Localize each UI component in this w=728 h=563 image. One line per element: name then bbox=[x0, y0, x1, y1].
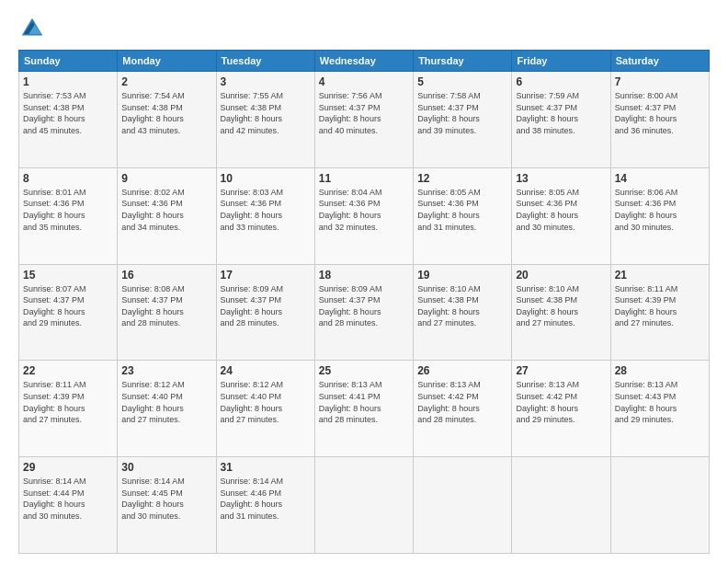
day-number: 10 bbox=[221, 172, 311, 185]
day-number: 28 bbox=[615, 364, 705, 377]
day-number: 25 bbox=[319, 364, 409, 377]
page: SundayMondayTuesdayWednesdayThursdayFrid… bbox=[0, 0, 728, 563]
day-info: Sunrise: 8:02 AMSunset: 4:36 PMDaylight:… bbox=[121, 187, 211, 233]
day-number: 26 bbox=[417, 364, 507, 377]
day-info: Sunrise: 8:11 AMSunset: 4:39 PMDaylight:… bbox=[23, 379, 113, 425]
calendar-cell: 10Sunrise: 8:03 AMSunset: 4:36 PMDayligh… bbox=[216, 167, 314, 264]
calendar-header-tuesday: Tuesday bbox=[216, 51, 314, 72]
day-info: Sunrise: 8:05 AMSunset: 4:36 PMDaylight:… bbox=[417, 187, 507, 233]
calendar-cell: 26Sunrise: 8:13 AMSunset: 4:42 PMDayligh… bbox=[414, 361, 512, 457]
logo-icon bbox=[18, 15, 46, 42]
calendar-cell: 11Sunrise: 8:04 AMSunset: 4:36 PMDayligh… bbox=[314, 167, 413, 264]
day-number: 14 bbox=[615, 172, 705, 185]
day-info: Sunrise: 8:12 AMSunset: 4:40 PMDaylight:… bbox=[121, 379, 211, 425]
day-info: Sunrise: 8:06 AMSunset: 4:36 PMDaylight:… bbox=[615, 187, 705, 233]
day-info: Sunrise: 8:13 AMSunset: 4:42 PMDaylight:… bbox=[417, 379, 507, 425]
day-number: 2 bbox=[121, 75, 211, 88]
day-info: Sunrise: 8:08 AMSunset: 4:37 PMDaylight:… bbox=[121, 283, 211, 329]
day-number: 24 bbox=[221, 364, 311, 377]
day-number: 11 bbox=[319, 172, 409, 185]
day-number: 21 bbox=[615, 269, 705, 282]
day-info: Sunrise: 8:13 AMSunset: 4:41 PMDaylight:… bbox=[319, 379, 409, 425]
calendar-cell: 24Sunrise: 8:12 AMSunset: 4:40 PMDayligh… bbox=[216, 361, 314, 457]
day-info: Sunrise: 8:11 AMSunset: 4:39 PMDaylight:… bbox=[615, 283, 705, 329]
calendar-week-2: 8Sunrise: 8:01 AMSunset: 4:36 PMDaylight… bbox=[19, 167, 710, 264]
day-info: Sunrise: 7:58 AMSunset: 4:37 PMDaylight:… bbox=[417, 90, 507, 136]
day-number: 7 bbox=[615, 75, 705, 88]
day-info: Sunrise: 8:12 AMSunset: 4:40 PMDaylight:… bbox=[221, 379, 311, 425]
day-number: 9 bbox=[121, 172, 211, 185]
calendar-header-friday: Friday bbox=[512, 51, 610, 72]
calendar-cell: 27Sunrise: 8:13 AMSunset: 4:42 PMDayligh… bbox=[512, 361, 610, 457]
day-number: 23 bbox=[121, 364, 211, 377]
calendar-cell: 30Sunrise: 8:14 AMSunset: 4:45 PMDayligh… bbox=[118, 457, 216, 554]
day-number: 17 bbox=[221, 269, 311, 282]
calendar-cell: 18Sunrise: 8:09 AMSunset: 4:37 PMDayligh… bbox=[314, 264, 413, 361]
calendar-cell: 9Sunrise: 8:02 AMSunset: 4:36 PMDaylight… bbox=[118, 167, 216, 264]
calendar-cell: 23Sunrise: 8:12 AMSunset: 4:40 PMDayligh… bbox=[118, 361, 216, 457]
logo bbox=[18, 15, 50, 42]
day-info: Sunrise: 8:07 AMSunset: 4:37 PMDaylight:… bbox=[23, 283, 113, 329]
day-info: Sunrise: 8:10 AMSunset: 4:38 PMDaylight:… bbox=[516, 283, 606, 329]
calendar-cell: 19Sunrise: 8:10 AMSunset: 4:38 PMDayligh… bbox=[414, 264, 512, 361]
calendar-cell bbox=[610, 457, 709, 554]
calendar-cell: 14Sunrise: 8:06 AMSunset: 4:36 PMDayligh… bbox=[610, 167, 709, 264]
calendar-week-1: 1Sunrise: 7:53 AMSunset: 4:38 PMDaylight… bbox=[19, 72, 710, 168]
calendar-header-monday: Monday bbox=[118, 51, 216, 72]
day-number: 31 bbox=[221, 461, 311, 474]
calendar-week-4: 22Sunrise: 8:11 AMSunset: 4:39 PMDayligh… bbox=[19, 361, 710, 457]
header bbox=[18, 15, 710, 42]
calendar-cell: 16Sunrise: 8:08 AMSunset: 4:37 PMDayligh… bbox=[118, 264, 216, 361]
day-number: 20 bbox=[516, 269, 606, 282]
day-info: Sunrise: 8:14 AMSunset: 4:45 PMDaylight:… bbox=[121, 476, 211, 522]
calendar-header-wednesday: Wednesday bbox=[314, 51, 413, 72]
calendar-cell: 28Sunrise: 8:13 AMSunset: 4:43 PMDayligh… bbox=[610, 361, 709, 457]
calendar-week-3: 15Sunrise: 8:07 AMSunset: 4:37 PMDayligh… bbox=[19, 264, 710, 361]
calendar-cell bbox=[414, 457, 512, 554]
day-number: 19 bbox=[417, 269, 507, 282]
day-info: Sunrise: 8:09 AMSunset: 4:37 PMDaylight:… bbox=[221, 283, 311, 329]
day-number: 18 bbox=[319, 269, 409, 282]
day-info: Sunrise: 8:05 AMSunset: 4:36 PMDaylight:… bbox=[516, 187, 606, 233]
day-info: Sunrise: 7:54 AMSunset: 4:38 PMDaylight:… bbox=[121, 90, 211, 136]
day-info: Sunrise: 8:14 AMSunset: 4:46 PMDaylight:… bbox=[221, 476, 311, 522]
day-number: 6 bbox=[516, 75, 606, 88]
day-number: 12 bbox=[417, 172, 507, 185]
day-number: 1 bbox=[23, 75, 113, 88]
calendar-cell: 5Sunrise: 7:58 AMSunset: 4:37 PMDaylight… bbox=[414, 72, 512, 168]
day-info: Sunrise: 8:10 AMSunset: 4:38 PMDaylight:… bbox=[417, 283, 507, 329]
calendar-cell bbox=[314, 457, 413, 554]
calendar-header-sunday: Sunday bbox=[19, 51, 118, 72]
calendar-cell: 2Sunrise: 7:54 AMSunset: 4:38 PMDaylight… bbox=[118, 72, 216, 168]
calendar-cell: 1Sunrise: 7:53 AMSunset: 4:38 PMDaylight… bbox=[19, 72, 118, 168]
calendar-cell: 13Sunrise: 8:05 AMSunset: 4:36 PMDayligh… bbox=[512, 167, 610, 264]
calendar-table: SundayMondayTuesdayWednesdayThursdayFrid… bbox=[18, 50, 710, 554]
calendar-cell: 22Sunrise: 8:11 AMSunset: 4:39 PMDayligh… bbox=[19, 361, 118, 457]
calendar-cell: 4Sunrise: 7:56 AMSunset: 4:37 PMDaylight… bbox=[314, 72, 413, 168]
day-info: Sunrise: 8:14 AMSunset: 4:44 PMDaylight:… bbox=[23, 476, 113, 522]
calendar-header-saturday: Saturday bbox=[610, 51, 709, 72]
day-info: Sunrise: 7:56 AMSunset: 4:37 PMDaylight:… bbox=[319, 90, 409, 136]
day-number: 27 bbox=[516, 364, 606, 377]
calendar-header-thursday: Thursday bbox=[414, 51, 512, 72]
day-number: 4 bbox=[319, 75, 409, 88]
calendar-cell: 29Sunrise: 8:14 AMSunset: 4:44 PMDayligh… bbox=[19, 457, 118, 554]
day-info: Sunrise: 7:59 AMSunset: 4:37 PMDaylight:… bbox=[516, 90, 606, 136]
day-number: 8 bbox=[23, 172, 113, 185]
calendar-cell: 17Sunrise: 8:09 AMSunset: 4:37 PMDayligh… bbox=[216, 264, 314, 361]
calendar-cell: 15Sunrise: 8:07 AMSunset: 4:37 PMDayligh… bbox=[19, 264, 118, 361]
day-number: 15 bbox=[23, 269, 113, 282]
calendar-cell: 3Sunrise: 7:55 AMSunset: 4:38 PMDaylight… bbox=[216, 72, 314, 168]
calendar-cell: 25Sunrise: 8:13 AMSunset: 4:41 PMDayligh… bbox=[314, 361, 413, 457]
day-info: Sunrise: 8:09 AMSunset: 4:37 PMDaylight:… bbox=[319, 283, 409, 329]
calendar-cell: 6Sunrise: 7:59 AMSunset: 4:37 PMDaylight… bbox=[512, 72, 610, 168]
day-info: Sunrise: 8:03 AMSunset: 4:36 PMDaylight:… bbox=[221, 187, 311, 233]
day-info: Sunrise: 7:53 AMSunset: 4:38 PMDaylight:… bbox=[23, 90, 113, 136]
day-number: 30 bbox=[121, 461, 211, 474]
day-number: 22 bbox=[23, 364, 113, 377]
day-number: 5 bbox=[417, 75, 507, 88]
calendar-cell: 8Sunrise: 8:01 AMSunset: 4:36 PMDaylight… bbox=[19, 167, 118, 264]
calendar-header-row: SundayMondayTuesdayWednesdayThursdayFrid… bbox=[19, 51, 710, 72]
day-info: Sunrise: 8:13 AMSunset: 4:43 PMDaylight:… bbox=[615, 379, 705, 425]
day-number: 13 bbox=[516, 172, 606, 185]
